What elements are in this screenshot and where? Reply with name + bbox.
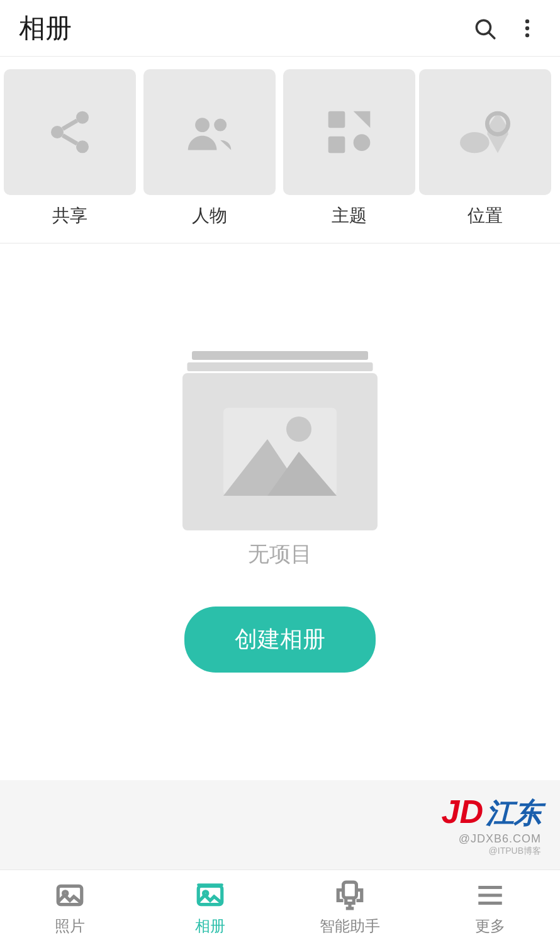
category-item-people[interactable]: 人物 [140, 69, 279, 228]
page-title: 相册 [19, 11, 72, 46]
svg-rect-26 [197, 883, 223, 886]
stack-line-mid [188, 362, 373, 371]
nav-label-assistant: 智能助手 [320, 916, 380, 936]
svg-point-19 [286, 417, 311, 442]
header: 相册 [0, 0, 560, 57]
category-thumb-theme [283, 69, 415, 195]
svg-point-17 [460, 132, 490, 153]
category-label-people: 人物 [192, 204, 227, 228]
svg-point-2 [525, 19, 529, 23]
create-album-button[interactable]: 创建相册 [184, 607, 376, 673]
category-thumb-people [143, 69, 276, 195]
svg-point-11 [214, 119, 227, 131]
category-bar: 共享 人物 主题 [0, 57, 560, 243]
category-item-theme[interactable]: 主题 [279, 69, 419, 228]
watermark-credit: @ITPUB博客 [489, 846, 541, 857]
nav-item-photos[interactable]: 照片 [0, 870, 140, 945]
bottom-nav: 照片 相册 智能助手 更多 [0, 870, 560, 945]
category-label-location: 位置 [468, 204, 503, 228]
category-thumb-location [419, 69, 551, 195]
empty-illustration [179, 351, 381, 540]
svg-point-14 [354, 134, 371, 151]
watermark-brand: 江东 [486, 795, 541, 832]
search-icon[interactable] [471, 14, 498, 42]
watermark-sub: @JDXB6.COM [459, 832, 541, 846]
svg-line-1 [489, 33, 495, 38]
svg-rect-15 [328, 137, 345, 154]
svg-point-4 [525, 33, 529, 36]
category-thumb-share [4, 69, 136, 195]
nav-item-albums[interactable]: 相册 [140, 870, 281, 945]
header-actions [471, 14, 541, 42]
watermark: JD 江东 @JDXB6.COM @ITPUB博客 [442, 793, 541, 857]
nav-item-more[interactable]: 更多 [420, 870, 561, 945]
nav-label-albums: 相册 [195, 916, 225, 936]
svg-point-7 [76, 140, 89, 153]
svg-line-8 [63, 135, 77, 143]
category-item-share[interactable]: 共享 [0, 69, 140, 228]
svg-marker-13 [354, 111, 371, 128]
main-content: 无项目 创建相册 [0, 243, 560, 780]
watermark-jd: JD [442, 793, 483, 830]
category-label-share: 共享 [52, 204, 87, 228]
nav-label-photos: 照片 [55, 916, 85, 936]
nav-item-assistant[interactable]: 智能助手 [280, 870, 420, 945]
svg-point-6 [51, 126, 64, 138]
category-item-location[interactable]: 位置 [419, 69, 551, 228]
svg-rect-27 [344, 882, 357, 898]
watermark-area: JD 江东 @JDXB6.COM @ITPUB博客 [0, 780, 560, 870]
svg-point-3 [525, 26, 529, 30]
svg-line-9 [63, 121, 77, 129]
photo-card [182, 373, 378, 530]
more-icon[interactable] [513, 14, 541, 42]
stack-line-top [192, 351, 368, 360]
empty-text: 无项目 [248, 540, 312, 569]
svg-point-5 [76, 111, 89, 124]
svg-rect-12 [328, 111, 345, 128]
category-label-theme: 主题 [332, 204, 367, 228]
svg-point-10 [195, 118, 210, 132]
nav-label-more: 更多 [475, 916, 505, 936]
